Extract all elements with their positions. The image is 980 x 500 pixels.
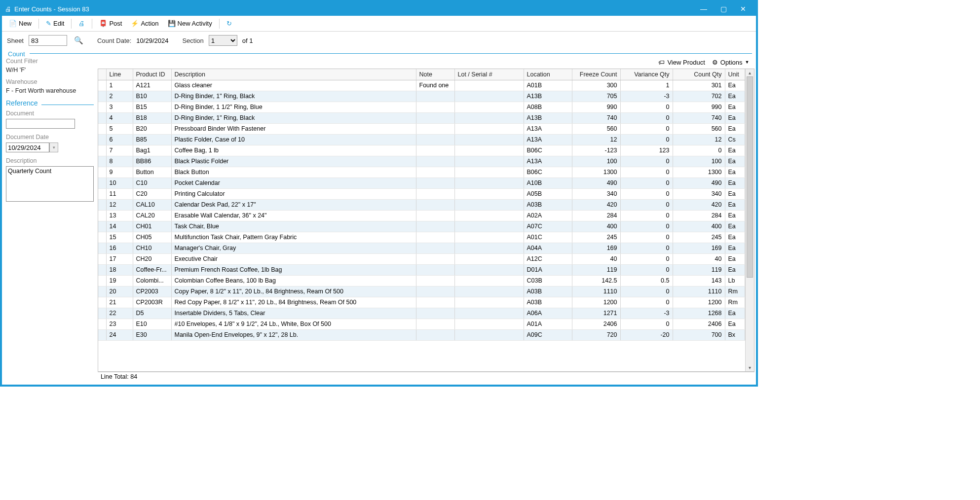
cell-product-id[interactable]: CH10	[133, 243, 171, 253]
row-selector[interactable]	[98, 112, 106, 123]
cell-description[interactable]: Coffee Bag, 1 lb	[171, 145, 416, 156]
cell-location[interactable]: A13B	[524, 91, 572, 102]
cell-note[interactable]	[416, 221, 454, 232]
cell-description[interactable]: Manager's Chair, Gray	[171, 243, 416, 253]
col-product-id[interactable]: Product ID	[133, 69, 171, 80]
cell-product-id[interactable]: CP2003	[133, 286, 171, 297]
cell-location[interactable]: A01C	[524, 232, 572, 243]
cell-line[interactable]: 16	[106, 243, 133, 253]
col-count[interactable]: Count Qty	[673, 69, 725, 80]
cell-lot[interactable]	[454, 232, 524, 243]
cell-note[interactable]	[416, 199, 454, 210]
cell-description[interactable]: Pressboard Binder With Fastener	[171, 123, 416, 134]
cell-variance[interactable]: 0	[620, 134, 673, 145]
col-line[interactable]: Line	[106, 69, 133, 80]
cell-unit[interactable]: Ea	[725, 264, 745, 275]
cell-product-id[interactable]: A121	[133, 80, 171, 91]
cell-line[interactable]: 24	[106, 329, 133, 340]
table-row[interactable]: 24E30Manila Open-End Envelopes, 9" x 12"…	[98, 329, 745, 340]
cell-note[interactable]	[416, 112, 454, 123]
col-location[interactable]: Location	[524, 69, 572, 80]
cell-unit[interactable]: Ea	[725, 156, 745, 167]
cell-variance[interactable]: 0.5	[620, 275, 673, 286]
cell-unit[interactable]: Bx	[725, 329, 745, 340]
col-note[interactable]: Note	[416, 69, 454, 80]
document-input[interactable]	[6, 119, 75, 129]
cell-product-id[interactable]: CAL20	[133, 210, 171, 221]
cell-product-id[interactable]: B85	[133, 134, 171, 145]
cell-note[interactable]	[416, 329, 454, 340]
cell-lot[interactable]	[454, 319, 524, 329]
cell-location[interactable]: A04A	[524, 243, 572, 253]
row-selector[interactable]	[98, 91, 106, 102]
cell-location[interactable]: A03B	[524, 199, 572, 210]
cell-lot[interactable]	[454, 102, 524, 112]
cell-unit[interactable]: Ea	[725, 80, 745, 91]
cell-unit[interactable]: Ea	[725, 91, 745, 102]
cell-unit[interactable]: Ea	[725, 253, 745, 264]
cell-variance[interactable]: -20	[620, 329, 673, 340]
table-row[interactable]: 4B18D-Ring Binder, 1" Ring, BlackA13B740…	[98, 112, 745, 123]
cell-description[interactable]: Calendar Desk Pad, 22" x 17"	[171, 199, 416, 210]
cell-note[interactable]	[416, 319, 454, 329]
cell-freeze[interactable]: 400	[572, 221, 620, 232]
table-row[interactable]: 2B10D-Ring Binder, 1" Ring, BlackA13B705…	[98, 91, 745, 102]
table-row[interactable]: 17CH20Executive ChairA12C40040Ea	[98, 253, 745, 264]
cell-line[interactable]: 18	[106, 264, 133, 275]
cell-location[interactable]: A01A	[524, 319, 572, 329]
date-dropdown-button[interactable]: ▾	[49, 143, 58, 152]
cell-count[interactable]: 0	[673, 145, 725, 156]
cell-variance[interactable]: 0	[620, 232, 673, 243]
cell-lot[interactable]	[454, 167, 524, 178]
table-row[interactable]: 19Colombi...Colombian Coffee Beans, 100 …	[98, 275, 745, 286]
cell-product-id[interactable]: CH01	[133, 221, 171, 232]
cell-freeze[interactable]: 2406	[572, 319, 620, 329]
cell-note[interactable]	[416, 91, 454, 102]
refresh-button[interactable]: ↻	[223, 18, 236, 29]
table-row[interactable]: 16CH10Manager's Chair, GrayA04A1690169Ea	[98, 243, 745, 253]
cell-location[interactable]: A02A	[524, 210, 572, 221]
cell-lot[interactable]	[454, 264, 524, 275]
cell-note[interactable]	[416, 232, 454, 243]
cell-variance[interactable]: 0	[620, 210, 673, 221]
cell-line[interactable]: 7	[106, 145, 133, 156]
cell-lot[interactable]	[454, 286, 524, 297]
row-selector[interactable]	[98, 319, 106, 329]
search-icon[interactable]: 🔍	[74, 36, 83, 45]
cell-unit[interactable]: Ea	[725, 102, 745, 112]
cell-note[interactable]	[416, 134, 454, 145]
cell-count[interactable]: 702	[673, 91, 725, 102]
cell-line[interactable]: 13	[106, 210, 133, 221]
cell-note[interactable]	[416, 167, 454, 178]
cell-unit[interactable]: Ea	[725, 232, 745, 243]
cell-freeze[interactable]: 1300	[572, 167, 620, 178]
cell-lot[interactable]	[454, 91, 524, 102]
cell-note[interactable]	[416, 145, 454, 156]
cell-unit[interactable]: Rm	[725, 286, 745, 297]
cell-product-id[interactable]: CH20	[133, 253, 171, 264]
cell-freeze[interactable]: 560	[572, 123, 620, 134]
cell-description[interactable]: Pocket Calendar	[171, 178, 416, 188]
table-row[interactable]: 22D5Insertable Dividers, 5 Tabs, ClearA0…	[98, 308, 745, 319]
cell-count[interactable]: 1200	[673, 297, 725, 308]
cell-variance[interactable]: 0	[620, 102, 673, 112]
cell-line[interactable]: 8	[106, 156, 133, 167]
cell-line[interactable]: 2	[106, 91, 133, 102]
row-selector[interactable]	[98, 286, 106, 297]
cell-description[interactable]: Red Copy Paper, 8 1/2" x 11", 20 Lb., 84…	[171, 297, 416, 308]
cell-count[interactable]: 169	[673, 243, 725, 253]
cell-note[interactable]	[416, 308, 454, 319]
row-selector[interactable]	[98, 134, 106, 145]
cell-variance[interactable]: 0	[620, 264, 673, 275]
table-row[interactable]: 21CP2003RRed Copy Paper, 8 1/2" x 11", 2…	[98, 297, 745, 308]
cell-line[interactable]: 5	[106, 123, 133, 134]
cell-count[interactable]: 490	[673, 178, 725, 188]
row-selector[interactable]	[98, 264, 106, 275]
cell-note[interactable]	[416, 178, 454, 188]
cell-note[interactable]	[416, 286, 454, 297]
row-selector[interactable]	[98, 329, 106, 340]
cell-lot[interactable]	[454, 145, 524, 156]
cell-variance[interactable]: 0	[620, 112, 673, 123]
cell-description[interactable]: Glass cleaner	[171, 80, 416, 91]
col-lot[interactable]: Lot / Serial #	[454, 69, 524, 80]
